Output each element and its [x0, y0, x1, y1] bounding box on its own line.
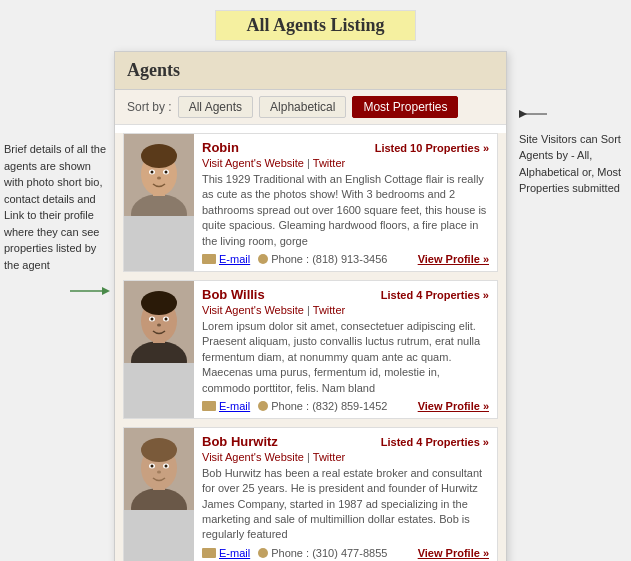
contact-left: E-mail Phone : (832) 859-1452	[202, 400, 387, 412]
email-link[interactable]: E-mail	[219, 253, 250, 265]
agent-links: Visit Agent's Website | Twitter	[202, 451, 489, 463]
svg-point-19	[151, 317, 154, 320]
phone-number: Phone : (832) 859-1452	[271, 400, 387, 412]
phone-item: Phone : (818) 913-3456	[258, 253, 387, 265]
agent-photo	[124, 134, 194, 271]
agent-listed: Listed 4 Properties »	[381, 436, 489, 448]
email-icon	[202, 254, 216, 264]
svg-point-31	[157, 470, 161, 473]
agent-avatar-svg	[124, 281, 194, 363]
agent-avatar-svg	[124, 428, 194, 510]
agent-website-link[interactable]: Visit Agent's Website	[202, 304, 304, 316]
agent-photo	[124, 281, 194, 418]
svg-point-20	[165, 317, 168, 320]
right-annotation: Site Visitors can Sort Agents by - All, …	[511, 51, 631, 197]
agent-website-link[interactable]: Visit Agent's Website	[202, 157, 304, 169]
svg-point-21	[157, 323, 161, 326]
email-item: E-mail	[202, 253, 250, 265]
phone-item: Phone : (832) 859-1452	[258, 400, 387, 412]
svg-point-26	[141, 438, 177, 462]
svg-point-11	[157, 177, 161, 180]
svg-point-30	[165, 464, 168, 467]
agent-info: Bob Willis Listed 4 Properties »Visit Ag…	[194, 281, 497, 418]
right-annotation-text: Site Visitors can Sort Agents by - All, …	[519, 133, 621, 195]
email-link[interactable]: E-mail	[219, 547, 250, 559]
email-icon	[202, 401, 216, 411]
sort-properties-btn[interactable]: Most Properties	[352, 96, 458, 118]
agent-contact: E-mail Phone : (310) 477-8855 View Profi…	[202, 547, 489, 559]
svg-point-9	[151, 171, 154, 174]
email-link[interactable]: E-mail	[219, 400, 250, 412]
content-row: Brief details of all the agents are show…	[0, 51, 631, 561]
email-item: E-mail	[202, 400, 250, 412]
page-wrapper: All Agents Listing Brief details of all …	[0, 0, 631, 561]
agent-bio: This 1929 Traditional with an English Co…	[202, 172, 489, 249]
agent-links: Visit Agent's Website | Twitter	[202, 157, 489, 169]
agent-photo	[124, 428, 194, 561]
panel-title: Agents	[127, 60, 494, 81]
sort-alpha-btn[interactable]: Alphabetical	[259, 96, 346, 118]
agent-twitter-link[interactable]: Twitter	[313, 451, 345, 463]
left-annotation: Brief details of all the agents are show…	[0, 51, 110, 306]
phone-item: Phone : (310) 477-8855	[258, 547, 387, 559]
agent-name: Bob Hurwitz	[202, 434, 278, 449]
annotation-arrow-left	[70, 281, 110, 301]
svg-marker-53	[519, 110, 527, 118]
annotation-arrow-right	[519, 106, 549, 122]
phone-icon	[258, 401, 268, 411]
contact-left: E-mail Phone : (818) 913-3456	[202, 253, 387, 265]
phone-number: Phone : (818) 913-3456	[271, 253, 387, 265]
view-profile-link[interactable]: View Profile »	[418, 400, 489, 412]
sort-bar: Sort by : All Agents Alphabetical Most P…	[115, 90, 506, 125]
svg-point-10	[165, 171, 168, 174]
sort-label: Sort by :	[127, 100, 172, 114]
agent-name: Bob Willis	[202, 287, 265, 302]
agent-bio: Bob Hurwitz has been a real estate broke…	[202, 466, 489, 543]
email-item: E-mail	[202, 547, 250, 559]
agent-card: Bob Willis Listed 4 Properties »Visit Ag…	[123, 280, 498, 419]
agent-name: Robin	[202, 140, 239, 155]
agent-listed: Listed 10 Properties »	[375, 142, 489, 154]
agent-website-link[interactable]: Visit Agent's Website	[202, 451, 304, 463]
svg-point-6	[141, 144, 177, 168]
agents-list: Robin Listed 10 Properties »Visit Agent'…	[115, 133, 506, 561]
svg-point-29	[151, 464, 154, 467]
agent-twitter-link[interactable]: Twitter	[313, 304, 345, 316]
page-title-area: All Agents Listing	[0, 10, 631, 41]
svg-point-16	[141, 291, 177, 315]
sort-all-btn[interactable]: All Agents	[178, 96, 253, 118]
svg-marker-1	[102, 287, 110, 295]
panel-header: Agents	[115, 52, 506, 90]
agent-info: Robin Listed 10 Properties »Visit Agent'…	[194, 134, 497, 271]
phone-number: Phone : (310) 477-8855	[271, 547, 387, 559]
phone-icon	[258, 254, 268, 264]
agent-listed: Listed 4 Properties »	[381, 289, 489, 301]
page-title: All Agents Listing	[215, 10, 415, 41]
agent-contact: E-mail Phone : (832) 859-1452 View Profi…	[202, 400, 489, 412]
agent-bio: Lorem ipsum dolor sit amet, consectetuer…	[202, 319, 489, 396]
agent-contact: E-mail Phone : (818) 913-3456 View Profi…	[202, 253, 489, 265]
agent-avatar-svg	[124, 134, 194, 216]
contact-left: E-mail Phone : (310) 477-8855	[202, 547, 387, 559]
email-icon	[202, 548, 216, 558]
view-profile-link[interactable]: View Profile »	[418, 253, 489, 265]
main-panel: Agents Sort by : All Agents Alphabetical…	[114, 51, 507, 561]
left-annotation-text: Brief details of all the agents are show…	[4, 143, 106, 271]
agent-info: Bob Hurwitz Listed 4 Properties »Visit A…	[194, 428, 497, 561]
agent-card: Bob Hurwitz Listed 4 Properties »Visit A…	[123, 427, 498, 561]
agent-links: Visit Agent's Website | Twitter	[202, 304, 489, 316]
agent-twitter-link[interactable]: Twitter	[313, 157, 345, 169]
agent-card: Robin Listed 10 Properties »Visit Agent'…	[123, 133, 498, 272]
phone-icon	[258, 548, 268, 558]
view-profile-link[interactable]: View Profile »	[418, 547, 489, 559]
